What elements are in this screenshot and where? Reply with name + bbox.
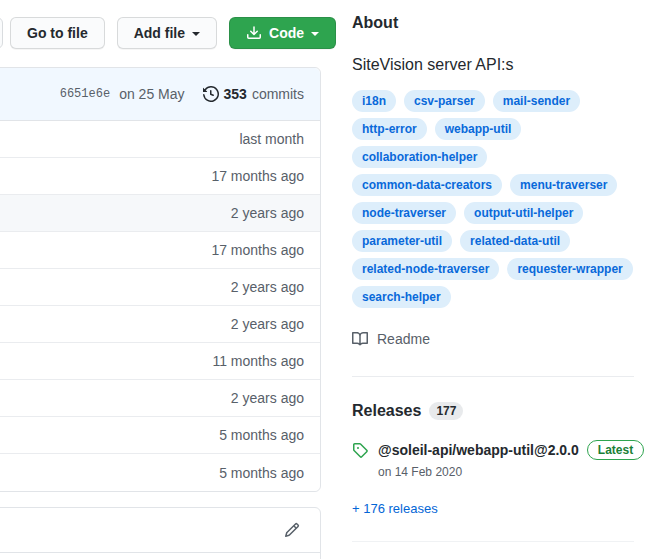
latest-badge[interactable]: Latest bbox=[587, 440, 644, 460]
release-name-link[interactable]: @soleil-api/webapp-util@2.0.0 bbox=[378, 442, 579, 458]
sidebar-bottom-divider bbox=[352, 541, 634, 542]
topic-list: i18n csv-parser mail-sender http-error w… bbox=[352, 90, 644, 308]
file-row[interactable]: 2 years ago bbox=[0, 380, 320, 417]
go-to-file-label: Go to file bbox=[27, 25, 88, 41]
more-releases-link[interactable]: + 176 releases bbox=[352, 501, 634, 516]
file-row-age[interactable]: 2 years ago bbox=[231, 316, 304, 332]
topic-tag[interactable]: output-util-helper bbox=[464, 202, 583, 224]
file-row-age[interactable]: last month bbox=[239, 131, 304, 147]
topic-tag[interactable]: collaboration-helper bbox=[352, 146, 487, 168]
file-row[interactable]: 17 months ago bbox=[0, 232, 320, 269]
file-row-age[interactable]: 5 months ago bbox=[219, 465, 304, 481]
repo-description: SiteVision server API:s bbox=[352, 56, 634, 74]
file-row-age[interactable]: 17 months ago bbox=[211, 168, 304, 184]
go-to-file-button[interactable]: Go to file bbox=[10, 17, 105, 49]
about-heading: About bbox=[352, 14, 634, 32]
topic-tag[interactable]: common-data-creators bbox=[352, 174, 502, 196]
readme-header bbox=[0, 508, 320, 553]
topic-tag[interactable]: i18n bbox=[352, 90, 396, 112]
download-icon bbox=[246, 25, 262, 41]
topic-tag[interactable]: csv-parser bbox=[404, 90, 485, 112]
readme-box bbox=[0, 507, 321, 559]
commit-date: on 25 May bbox=[119, 86, 184, 102]
file-row[interactable]: 17 months ago bbox=[0, 158, 320, 195]
topic-tag[interactable]: http-error bbox=[352, 118, 427, 140]
code-label: Code bbox=[269, 25, 304, 41]
file-row[interactable]: 2 years ago bbox=[0, 269, 320, 306]
repo-sidebar: About SiteVision server API:s i18n csv-p… bbox=[352, 0, 634, 542]
add-file-button[interactable]: Add file bbox=[117, 17, 217, 49]
file-row[interactable]: 5 months ago bbox=[0, 417, 320, 454]
code-button[interactable]: Code bbox=[229, 17, 336, 49]
chevron-down-icon bbox=[192, 32, 200, 36]
repo-toolbar: Go to file Add file Code bbox=[10, 17, 336, 49]
topic-tag[interactable]: mail-sender bbox=[493, 90, 580, 112]
release-info: @soleil-api/webapp-util@2.0.0 Latest on … bbox=[378, 440, 644, 479]
commits-count: 353 bbox=[224, 86, 247, 102]
topic-tag[interactable]: node-traverser bbox=[352, 202, 456, 224]
commits-label: commits bbox=[252, 86, 304, 102]
commit-history-link[interactable]: 353 commits bbox=[203, 86, 304, 102]
file-row[interactable]: 2 years ago bbox=[0, 195, 320, 232]
topic-tag[interactable]: webapp-util bbox=[435, 118, 522, 140]
file-list-box: 6651e6e on 25 May 353 commits last month… bbox=[0, 67, 321, 492]
chevron-down-icon bbox=[311, 32, 319, 36]
history-icon bbox=[203, 86, 219, 102]
file-row-age[interactable]: 2 years ago bbox=[231, 279, 304, 295]
latest-release-item: @soleil-api/webapp-util@2.0.0 Latest on … bbox=[352, 440, 634, 479]
book-icon bbox=[352, 331, 368, 347]
file-row[interactable]: 11 months ago bbox=[0, 343, 320, 380]
topic-tag[interactable]: parameter-util bbox=[352, 230, 452, 252]
file-row[interactable]: last month bbox=[0, 121, 320, 158]
file-row-age[interactable]: 17 months ago bbox=[211, 242, 304, 258]
topic-tag[interactable]: menu-traverser bbox=[510, 174, 617, 196]
latest-commit-bar: 6651e6e on 25 May 353 commits bbox=[0, 68, 320, 121]
cropped-button-fragment[interactable] bbox=[0, 17, 3, 49]
tag-icon bbox=[352, 442, 368, 458]
file-row[interactable]: 2 years ago bbox=[0, 306, 320, 343]
file-row-age[interactable]: 2 years ago bbox=[231, 205, 304, 221]
edit-readme-button[interactable] bbox=[284, 522, 300, 538]
readme-link[interactable]: Readme bbox=[352, 331, 430, 347]
releases-heading-row: Releases 177 bbox=[352, 402, 634, 420]
pencil-icon bbox=[284, 522, 300, 538]
commit-hash-link[interactable]: 6651e6e bbox=[60, 87, 110, 101]
file-row-age[interactable]: 2 years ago bbox=[231, 390, 304, 406]
file-row-age[interactable]: 11 months ago bbox=[212, 353, 304, 369]
topic-tag[interactable]: requester-wrapper bbox=[507, 258, 632, 280]
release-date: on 14 Feb 2020 bbox=[378, 465, 644, 479]
repo-page: Go to file Add file Code 6651e6e on 25 M… bbox=[0, 0, 658, 559]
topic-tag[interactable]: related-node-traverser bbox=[352, 258, 499, 280]
add-file-label: Add file bbox=[134, 25, 185, 41]
section-divider bbox=[352, 376, 634, 377]
releases-heading[interactable]: Releases bbox=[352, 402, 421, 420]
file-row-age[interactable]: 5 months ago bbox=[219, 427, 304, 443]
topic-tag[interactable]: search-helper bbox=[352, 286, 451, 308]
readme-label: Readme bbox=[377, 331, 430, 347]
releases-count-badge: 177 bbox=[429, 402, 463, 420]
file-row[interactable]: 5 months ago bbox=[0, 454, 320, 491]
topic-tag[interactable]: related-data-util bbox=[460, 230, 570, 252]
